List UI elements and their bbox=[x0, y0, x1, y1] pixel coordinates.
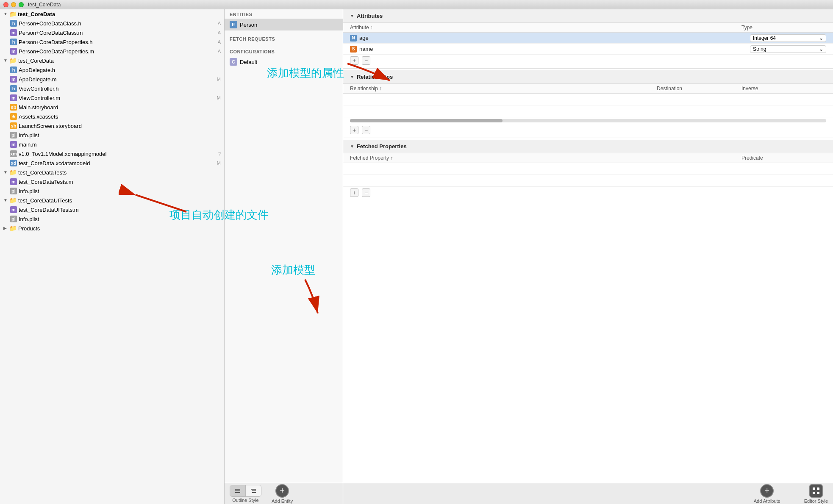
entity-person[interactable]: E Person bbox=[225, 19, 343, 30]
remove-relationship-button[interactable]: − bbox=[362, 126, 370, 134]
add-entity-section: + Add Entity bbox=[272, 484, 293, 504]
attr-name-name: name bbox=[359, 46, 750, 52]
editor-style-button[interactable] bbox=[809, 484, 823, 498]
config-default[interactable]: C Default bbox=[225, 56, 343, 68]
sidebar-item-group-uitests[interactable]: ▼ 📁 test_CoreDataUITests bbox=[0, 196, 224, 205]
remove-attribute-button[interactable]: − bbox=[362, 56, 370, 65]
type-dropdown-age[interactable]: Integer 64 ⌄ bbox=[750, 34, 826, 42]
fetched-property-row-empty-2 bbox=[343, 175, 833, 187]
sidebar-item-appdelegate-h[interactable]: h AppDelegate.h bbox=[0, 65, 224, 75]
type-dropdown-name[interactable]: String ⌄ bbox=[750, 45, 826, 53]
plist-icon: pl bbox=[10, 216, 17, 222]
sidebar-item-uitests-m[interactable]: m test_CoreDataUITests.m bbox=[0, 205, 224, 214]
sidebar-item-launchscreen[interactable]: sb LaunchScreen.storyboard bbox=[0, 121, 224, 130]
svg-rect-7 bbox=[817, 487, 819, 490]
sidebar-item-label: test_CoreDataUITests bbox=[18, 197, 72, 204]
sidebar-item-info-plist-3[interactable]: pl Info.plist bbox=[0, 214, 224, 224]
outline-style-group[interactable] bbox=[230, 485, 261, 497]
disclosure-icon: ▼ bbox=[3, 198, 8, 203]
sidebar-item-label: Person+CoreDataClass.m bbox=[19, 30, 83, 36]
filler bbox=[343, 199, 833, 483]
remove-fetched-property-button[interactable]: − bbox=[362, 188, 370, 197]
sidebar-item-info-plist-2[interactable]: pl Info.plist bbox=[0, 186, 224, 196]
window-title: test_CoreData bbox=[28, 2, 61, 8]
relationships-scroll-indicator[interactable] bbox=[350, 119, 826, 122]
add-attribute-toolbar-button[interactable]: + bbox=[760, 484, 774, 498]
sidebar-item-group-tests[interactable]: ▼ 📁 test_CoreDataTests bbox=[0, 168, 224, 177]
fetched-property-col-header: Fetched Property ↑ bbox=[350, 155, 741, 161]
svg-rect-8 bbox=[813, 492, 815, 494]
sidebar-item-person-coredata-m[interactable]: m Person+CoreDataClass.m A bbox=[0, 28, 224, 37]
relationships-title: Relationships bbox=[357, 74, 393, 80]
minimize-button[interactable] bbox=[11, 2, 16, 7]
svg-rect-2 bbox=[235, 492, 240, 493]
h-icon: h bbox=[10, 39, 17, 45]
sidebar-item-label: test_CoreDataTests.m bbox=[19, 179, 73, 185]
fetched-properties-section-header: ▼ Fetched Properties bbox=[343, 140, 833, 153]
sidebar-item-person-properties-m[interactable]: m Person+CoreDataProperties.m A bbox=[0, 47, 224, 56]
close-button[interactable] bbox=[3, 2, 8, 7]
type-col-header: Type bbox=[741, 25, 826, 30]
sidebar-item-info-plist-1[interactable]: pl Info.plist bbox=[0, 130, 224, 140]
disclosure-icon: ▼ bbox=[3, 170, 8, 175]
sidebar-item-group-testcoredata[interactable]: ▼ 📁 test_CoreData bbox=[0, 56, 224, 65]
m-icon: m bbox=[10, 29, 17, 36]
attribute-row-age[interactable]: N age Integer 64 ⌄ bbox=[343, 33, 833, 44]
disclosure-icon: ▼ bbox=[3, 58, 8, 63]
entity-icon: E bbox=[230, 21, 237, 28]
config-label: Default bbox=[240, 59, 257, 65]
m-icon: m bbox=[10, 141, 17, 148]
fetched-properties-title: Fetched Properties bbox=[357, 143, 407, 150]
sidebar-item-appdelegate-m[interactable]: m AppDelegate.m M bbox=[0, 75, 224, 84]
sidebar-item-main-m[interactable]: m main.m bbox=[0, 140, 224, 149]
disclosure-triangle-fp[interactable]: ▼ bbox=[350, 144, 354, 149]
sidebar-item-label: Info.plist bbox=[19, 188, 39, 194]
window-controls[interactable] bbox=[3, 2, 24, 7]
sidebar-item-label: Person+CoreDataClass.h bbox=[19, 20, 81, 27]
add-entity-button[interactable]: + bbox=[275, 484, 289, 498]
folder-icon: 📁 bbox=[9, 197, 17, 204]
predicate-col-header: Predicate bbox=[741, 155, 826, 161]
maximize-button[interactable] bbox=[19, 2, 24, 7]
badge-a: A bbox=[218, 39, 221, 44]
sidebar-item-label: Person+CoreDataProperties.h bbox=[19, 39, 93, 45]
sidebar-item-label: AppDelegate.h bbox=[19, 67, 55, 73]
add-fetched-property-button[interactable]: + bbox=[350, 188, 358, 197]
sidebar-item-viewcontroller-h[interactable]: h ViewController.h bbox=[0, 84, 224, 93]
badge-a: A bbox=[218, 21, 221, 26]
badge-a: A bbox=[218, 30, 221, 35]
outline-style-btn-1[interactable] bbox=[230, 485, 246, 496]
sidebar-item-tests-m[interactable]: m test_CoreDataTests.m bbox=[0, 177, 224, 186]
sidebar-item-label: ViewController.h bbox=[19, 86, 58, 92]
disclosure-triangle[interactable]: ▼ bbox=[350, 14, 354, 18]
sidebar-item-assets[interactable]: ★ Assets.xcassets bbox=[0, 112, 224, 121]
sidebar-item-xcdata[interactable]: xd test_CoreData.xcdatamodeld M bbox=[0, 158, 224, 168]
entities-panel: ENTITIES E Person FETCH REQUESTS CONFIGU… bbox=[225, 9, 343, 483]
sidebar-item-xcmapping[interactable]: xm v1.0_Tov1.1Model.xcmappingmodel ? bbox=[0, 149, 224, 158]
folder-icon: 📁 bbox=[9, 57, 17, 64]
badge-m: M bbox=[217, 95, 221, 100]
outline-style-label: Outline Style bbox=[232, 498, 258, 503]
badge-m: M bbox=[217, 161, 221, 166]
sidebar-item-project[interactable]: ▼ 📁 test_CoreData bbox=[0, 9, 224, 19]
scroll-thumb bbox=[350, 119, 503, 122]
divider-2 bbox=[343, 138, 833, 138]
sidebar-item-person-properties-h[interactable]: h Person+CoreDataProperties.h A bbox=[0, 37, 224, 47]
xcmapping-icon: xm bbox=[10, 150, 17, 157]
fetched-properties-table-header: Fetched Property ↑ Predicate bbox=[343, 153, 833, 163]
sidebar-item-viewcontroller-m[interactable]: m ViewController.m M bbox=[0, 93, 224, 102]
sidebar-item-main-storyboard[interactable]: sb Main.storyboard bbox=[0, 102, 224, 112]
sidebar-item-label: test_CoreData bbox=[18, 58, 54, 64]
outline-style-btn-2[interactable] bbox=[246, 485, 261, 496]
attribute-row-name[interactable]: S name String ⌄ bbox=[343, 44, 833, 55]
svg-rect-0 bbox=[235, 489, 240, 490]
add-attribute-button[interactable]: + bbox=[350, 56, 358, 65]
storyboard-icon: sb bbox=[10, 104, 17, 111]
sidebar-item-group-products[interactable]: ▶ 📁 Products bbox=[0, 224, 224, 233]
disclosure-triangle-rel[interactable]: ▼ bbox=[350, 75, 354, 79]
add-relationship-button[interactable]: + bbox=[350, 126, 358, 134]
m-icon: m bbox=[10, 178, 17, 185]
sidebar-item-person-coredata-h[interactable]: h Person+CoreDataClass.h A bbox=[0, 19, 224, 28]
svg-rect-6 bbox=[813, 487, 815, 490]
plist-icon: pl bbox=[10, 132, 17, 138]
